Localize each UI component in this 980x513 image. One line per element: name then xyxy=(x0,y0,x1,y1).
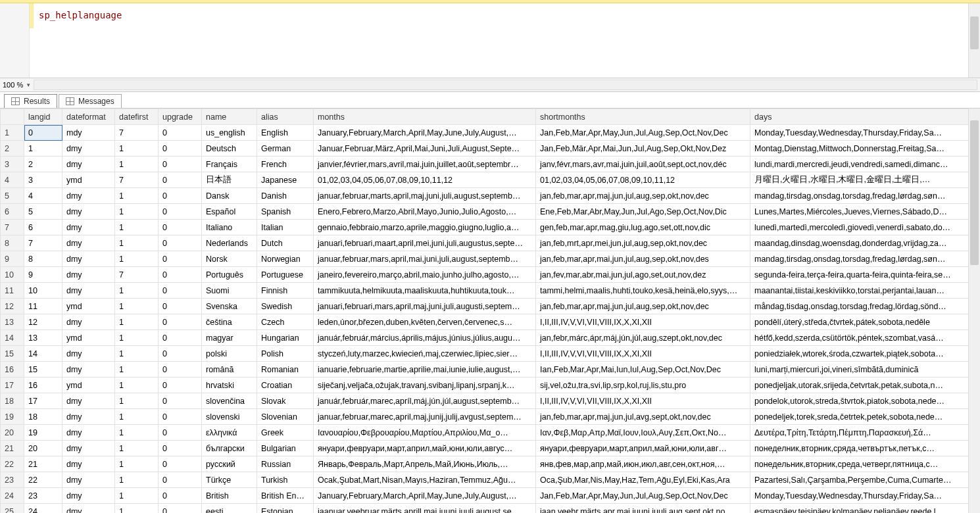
cell-rownum[interactable]: 11 xyxy=(1,283,24,299)
cell-days[interactable]: esmaspäev,teisipäev,kolmapäev,neljapäev,… xyxy=(750,504,969,514)
col-header-datefirst[interactable]: datefirst xyxy=(115,109,159,125)
cell-dateformat[interactable]: dmy xyxy=(62,283,115,299)
cell-shortmonths[interactable]: Ιαν,Φεβ,Μαρ,Απρ,Μαϊ,Ιουν,Ιουλ,Αυγ,Σεπ,Οκ… xyxy=(536,425,750,441)
cell-rownum[interactable]: 10 xyxy=(1,267,24,283)
cell-name[interactable]: română xyxy=(202,362,257,378)
cell-langid[interactable]: 8 xyxy=(24,251,62,267)
cell-months[interactable]: januari,februari,mars,april,maj,juni,jul… xyxy=(314,299,536,314)
cell-days[interactable]: 月曜日,火曜日,水曜日,木曜日,金曜日,土曜日,… xyxy=(750,172,969,188)
cell-days[interactable]: Montag,Dienstag,Mittwoch,Donnerstag,Frei… xyxy=(750,141,969,157)
cell-days[interactable]: hétfő,kedd,szerda,csütörtök,péntek,szomb… xyxy=(750,330,969,346)
cell-months[interactable]: ianuarie,februarie,martie,aprilie,mai,iu… xyxy=(314,362,536,378)
cell-upgrade[interactable]: 0 xyxy=(159,172,202,188)
cell-days[interactable]: maandag,dinsdag,woensdag,donderdag,vrijd… xyxy=(750,235,969,251)
table-row[interactable]: 2120dmy10българскиBulgarianянуари,февруа… xyxy=(1,441,969,456)
cell-datefirst[interactable]: 1 xyxy=(115,472,159,488)
table-row[interactable]: 1211ymd10SvenskaSwedishjanuari,februari,… xyxy=(1,299,969,314)
cell-days[interactable]: lundi,mardi,mercredi,jeudi,vendredi,same… xyxy=(750,157,969,172)
cell-shortmonths[interactable]: tammi,helmi,maalis,huhti,touko,kesä,hein… xyxy=(536,283,750,299)
cell-rownum[interactable]: 5 xyxy=(1,188,24,204)
cell-alias[interactable]: German xyxy=(257,141,314,157)
cell-dateformat[interactable]: ymd xyxy=(62,378,115,393)
cell-rownum[interactable]: 17 xyxy=(1,378,24,393)
table-row[interactable]: 98dmy10NorskNorwegianjanuar,februar,mars… xyxy=(1,251,969,267)
cell-name[interactable]: British xyxy=(202,488,257,504)
cell-rownum[interactable]: 15 xyxy=(1,346,24,362)
cell-alias[interactable]: Hungarian xyxy=(257,330,314,346)
cell-months[interactable]: leden,únor,březen,duben,květen,červen,če… xyxy=(314,314,536,330)
cell-rownum[interactable]: 24 xyxy=(1,488,24,504)
cell-days[interactable]: ponedeljek,torek,sreda,četrtek,petek,sob… xyxy=(750,409,969,425)
cell-datefirst[interactable]: 1 xyxy=(115,251,159,267)
table-row[interactable]: 54dmy10DanskDanishjanuar,februar,marts,a… xyxy=(1,188,969,204)
cell-upgrade[interactable]: 0 xyxy=(159,220,202,235)
cell-langid[interactable]: 24 xyxy=(24,504,62,514)
cell-months[interactable]: januari,februari,maart,april,mei,juni,ju… xyxy=(314,235,536,251)
cell-datefirst[interactable]: 1 xyxy=(115,425,159,441)
col-header-months[interactable]: months xyxy=(314,109,536,125)
cell-alias[interactable]: French xyxy=(257,157,314,172)
cell-alias[interactable]: Greek xyxy=(257,425,314,441)
cell-alias[interactable]: Polish xyxy=(257,346,314,362)
cell-months[interactable]: Ιανουαρίου,Φεβρουαρίου,Μαρτίου,Απριλίου,… xyxy=(314,425,536,441)
cell-upgrade[interactable]: 0 xyxy=(159,188,202,204)
cell-name[interactable]: slovenčina xyxy=(202,393,257,409)
cell-dateformat[interactable]: ymd xyxy=(62,172,115,188)
cell-upgrade[interactable]: 0 xyxy=(159,141,202,157)
cell-langid[interactable]: 4 xyxy=(24,188,62,204)
cell-datefirst[interactable]: 1 xyxy=(115,409,159,425)
cell-dateformat[interactable]: dmy xyxy=(62,425,115,441)
cell-days[interactable]: segunda-feira,terça-feira,quarta-feira,q… xyxy=(750,267,969,283)
cell-upgrade[interactable]: 0 xyxy=(159,251,202,267)
table-row[interactable]: 1312dmy10češtinaCzechleden,únor,březen,d… xyxy=(1,314,969,330)
cell-langid[interactable]: 17 xyxy=(24,393,62,409)
cell-dateformat[interactable]: dmy xyxy=(62,409,115,425)
cell-langid[interactable]: 0 xyxy=(24,125,62,141)
cell-upgrade[interactable]: 0 xyxy=(159,235,202,251)
col-header-langid[interactable]: langid xyxy=(24,109,62,125)
cell-langid[interactable]: 14 xyxy=(24,346,62,362)
cell-shortmonths[interactable]: I,II,III,IV,V,VI,VII,VIII,IX,X,XI,XII xyxy=(536,346,750,362)
cell-name[interactable]: čeština xyxy=(202,314,257,330)
cell-shortmonths[interactable]: jan,feb,mar,apr,maj,jun,jul,aug,sep,okt,… xyxy=(536,188,750,204)
cell-dateformat[interactable]: dmy xyxy=(62,346,115,362)
cell-upgrade[interactable]: 0 xyxy=(159,330,202,346)
cell-months[interactable]: gennaio,febbraio,marzo,aprile,maggio,giu… xyxy=(314,220,536,235)
cell-rownum[interactable]: 2 xyxy=(1,141,24,157)
cell-upgrade[interactable]: 0 xyxy=(159,346,202,362)
cell-months[interactable]: tammikuuta,helmikuuta,maaliskuuta,huhtik… xyxy=(314,283,536,299)
cell-name[interactable]: 日本語 xyxy=(202,172,257,188)
cell-rownum[interactable]: 22 xyxy=(1,456,24,472)
cell-upgrade[interactable]: 0 xyxy=(159,472,202,488)
cell-datefirst[interactable]: 1 xyxy=(115,220,159,235)
cell-dateformat[interactable]: dmy xyxy=(62,456,115,472)
tab-results[interactable]: Results xyxy=(4,94,57,108)
cell-upgrade[interactable]: 0 xyxy=(159,283,202,299)
cell-upgrade[interactable]: 0 xyxy=(159,157,202,172)
cell-days[interactable]: Pazartesi,Salı,Çarşamba,Perşembe,Cuma,Cu… xyxy=(750,472,969,488)
cell-langid[interactable]: 12 xyxy=(24,314,62,330)
cell-months[interactable]: Enero,Febrero,Marzo,Abril,Mayo,Junio,Jul… xyxy=(314,204,536,220)
cell-shortmonths[interactable]: janv,févr,mars,avr,mai,juin,juil,août,se… xyxy=(536,157,750,172)
cell-alias[interactable]: Spanish xyxy=(257,204,314,220)
cell-months[interactable]: Januar,Februar,März,April,Mai,Juni,Juli,… xyxy=(314,141,536,157)
table-row[interactable]: 65dmy10EspañolSpanishEnero,Febrero,Marzo… xyxy=(1,204,969,220)
cell-upgrade[interactable]: 0 xyxy=(159,125,202,141)
cell-months[interactable]: jaanuar,veebruar,märts,aprill,mai,juuni,… xyxy=(314,504,536,514)
cell-days[interactable]: lunedì,martedì,mercoledì,giovedì,venerdì… xyxy=(750,220,969,235)
cell-shortmonths[interactable]: I,II,III,IV,V,VI,VII,VIII,IX,X,XI,XII xyxy=(536,314,750,330)
table-row[interactable]: 1716ymd10hrvatskiCroatiansiječanj,veljač… xyxy=(1,378,969,393)
cell-name[interactable]: us_english xyxy=(202,125,257,141)
cell-name[interactable]: hrvatski xyxy=(202,378,257,393)
cell-rownum[interactable]: 19 xyxy=(1,409,24,425)
cell-name[interactable]: Português xyxy=(202,267,257,283)
cell-rownum[interactable]: 18 xyxy=(1,393,24,409)
col-header-upgrade[interactable]: upgrade xyxy=(159,109,202,125)
cell-dateformat[interactable]: dmy xyxy=(62,472,115,488)
cell-shortmonths[interactable]: jan,feb,mrt,apr,mei,jun,jul,aug,sep,okt,… xyxy=(536,235,750,251)
cell-alias[interactable]: English xyxy=(257,125,314,141)
cell-days[interactable]: Monday,Tuesday,Wednesday,Thursday,Friday… xyxy=(750,125,969,141)
cell-rownum[interactable]: 20 xyxy=(1,425,24,441)
cell-days[interactable]: luni,marți,miercuri,joi,vineri,sîmbătă,d… xyxy=(750,362,969,378)
cell-langid[interactable]: 1 xyxy=(24,141,62,157)
